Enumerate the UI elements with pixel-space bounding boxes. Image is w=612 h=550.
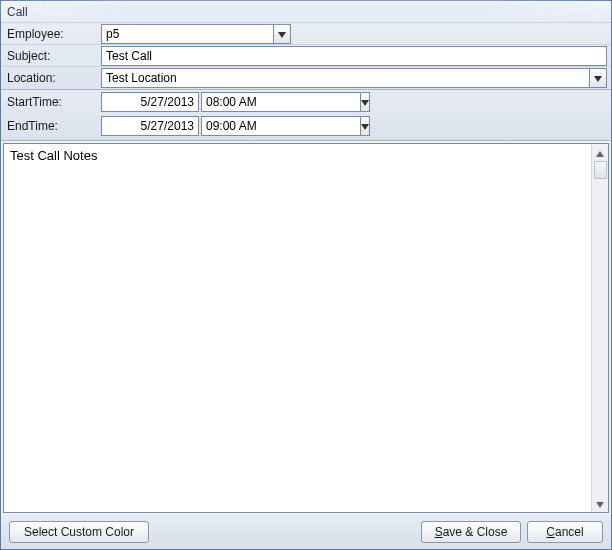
select-custom-color-button[interactable]: Select Custom Color — [9, 521, 149, 543]
location-dropdown-button[interactable] — [589, 68, 607, 88]
location-input[interactable] — [101, 68, 589, 88]
start-time-dropdown-button[interactable] — [360, 92, 370, 112]
subject-input[interactable] — [101, 46, 607, 66]
window-title: Call — [7, 5, 28, 19]
location-label: Location: — [1, 71, 101, 85]
location-row: Location: — [1, 67, 611, 89]
employee-row: Employee: — [1, 23, 611, 45]
start-date-input[interactable] — [101, 92, 199, 112]
call-dialog: Call Employee: Subject: — [0, 0, 612, 550]
end-time-dropdown-button[interactable] — [360, 116, 370, 136]
start-time-combo[interactable] — [201, 92, 306, 112]
start-time-label: StartTime: — [1, 95, 101, 109]
notes-textarea[interactable] — [4, 144, 591, 512]
notes-scrollbar[interactable] — [591, 144, 608, 512]
save-hotkey: S — [435, 525, 443, 539]
start-time-input[interactable] — [201, 92, 360, 112]
start-time-row: StartTime: — [1, 90, 611, 114]
employee-input[interactable] — [101, 24, 273, 44]
employee-dropdown-button[interactable] — [273, 24, 291, 44]
subject-row: Subject: — [1, 45, 611, 67]
chevron-down-icon — [278, 27, 286, 41]
save-and-close-button[interactable]: Save & Close — [421, 521, 521, 543]
end-time-input[interactable] — [201, 116, 360, 136]
button-bar: Select Custom Color Save & Close Cancel — [1, 515, 611, 549]
cancel-post: ancel — [555, 525, 584, 539]
cancel-button[interactable]: Cancel — [527, 521, 603, 543]
titlebar-blur — [1, 1, 611, 22]
employee-label: Employee: — [1, 27, 101, 41]
scroll-down-button[interactable] — [592, 495, 609, 512]
subject-label: Subject: — [1, 49, 101, 63]
cancel-hotkey: C — [546, 525, 555, 539]
chevron-down-icon — [596, 497, 604, 511]
save-post: ave & Close — [443, 525, 508, 539]
notes-area — [3, 143, 609, 513]
scroll-track[interactable] — [592, 179, 608, 495]
chevron-down-icon — [361, 119, 369, 133]
end-time-row: EndTime: — [1, 114, 611, 138]
end-date-input[interactable] — [101, 116, 199, 136]
form-section: Employee: Subject: Location: — [1, 23, 611, 90]
chevron-up-icon — [596, 146, 604, 160]
end-time-combo[interactable] — [201, 116, 306, 136]
chevron-down-icon — [594, 71, 602, 85]
employee-combo[interactable] — [101, 24, 291, 44]
chevron-down-icon — [361, 95, 369, 109]
titlebar: Call — [1, 1, 611, 23]
scroll-thumb[interactable] — [594, 161, 607, 179]
location-combo[interactable] — [101, 68, 607, 88]
end-time-label: EndTime: — [1, 119, 101, 133]
scroll-up-button[interactable] — [592, 144, 609, 161]
time-section: StartTime: EndTime: — [1, 90, 611, 141]
